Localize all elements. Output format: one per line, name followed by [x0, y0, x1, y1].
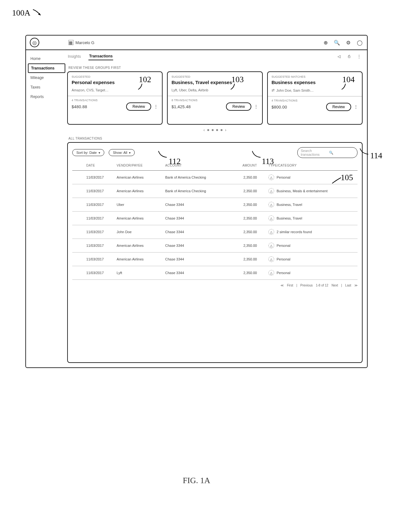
- review-button[interactable]: Review: [326, 103, 351, 111]
- all-transactions-label: ALL TRANSACTIONS: [68, 137, 363, 140]
- back-triangle-icon[interactable]: ◁: [335, 53, 342, 60]
- table-row[interactable]: 11/03/2017American AirlinesChase 33442,3…: [72, 212, 358, 225]
- sidebar-item-taxes[interactable]: Taxes: [26, 82, 67, 92]
- ref-103: 103: [231, 75, 244, 84]
- pager-first-arrow[interactable]: ≪: [280, 284, 284, 287]
- cell-date: 11/03/2017: [84, 198, 115, 212]
- search-icon[interactable]: 🔍: [333, 39, 340, 46]
- carousel-dot[interactable]: [216, 129, 218, 131]
- pager-last[interactable]: Last: [345, 284, 351, 287]
- pager-range: 1-8 of 12: [316, 284, 328, 287]
- cell-vendor: American Airlines: [115, 239, 163, 253]
- pager-first[interactable]: First: [287, 284, 293, 287]
- sidebar-item-mileage[interactable]: Mileage: [26, 73, 67, 82]
- arrow-icon: [32, 9, 43, 17]
- apps-grid-icon: ▦: [68, 40, 74, 45]
- cell-type[interactable]: △Business, Travel: [267, 198, 358, 212]
- table-row[interactable]: 11/03/2017American AirlinesBank of Ameri…: [72, 184, 358, 198]
- carousel-prev-icon[interactable]: ‹: [203, 128, 205, 132]
- match-icon: ⇄: [272, 88, 274, 92]
- cell-type[interactable]: △Personal: [267, 266, 358, 280]
- cell-type[interactable]: △Personal: [267, 253, 358, 266]
- cell-account: Chase 3344: [163, 212, 236, 225]
- col-type[interactable]: TYPE/CATEGORY: [267, 161, 358, 171]
- sidebar-item-home[interactable]: Home: [26, 54, 67, 63]
- cell-type[interactable]: △Personal: [267, 239, 358, 253]
- table-row[interactable]: 11/03/2017American AirlinesBank of Ameri…: [72, 171, 358, 184]
- card-meta: 4 TRANSACTIONS: [272, 99, 358, 102]
- cell-vendor: American Airlines: [115, 184, 163, 198]
- table-row[interactable]: 11/03/2017American AirlinesChase 33442,3…: [72, 253, 358, 266]
- print-icon[interactable]: ⎙: [345, 53, 352, 60]
- category-icon: △: [268, 229, 274, 235]
- card-amount: $480.88: [72, 104, 87, 109]
- table-row[interactable]: 11/03/2017LyftChase 33442,350.00△Persona…: [72, 266, 358, 280]
- app-logo-icon: ◎: [30, 38, 39, 47]
- search-icon: 🔍: [329, 151, 354, 155]
- kebab-icon[interactable]: ⋮: [356, 53, 363, 60]
- tab-row: Insights Transactions ◁ ⎙ ⋮: [67, 53, 363, 60]
- cell-date: 11/03/2017: [84, 212, 115, 225]
- search-input[interactable]: Search transactions🔍: [297, 147, 358, 158]
- table-row[interactable]: 11/03/2017UberChase 33442,350.00△Busines…: [72, 198, 358, 212]
- cell-account: Bank of America Checking: [163, 184, 236, 198]
- sidebar-item-transactions[interactable]: Transactions: [28, 63, 65, 73]
- card-kebab-icon[interactable]: ⋮: [254, 105, 258, 108]
- pager-next[interactable]: Next: [332, 284, 338, 287]
- add-icon[interactable]: ⊕: [322, 39, 329, 46]
- cell-account: Chase 3344: [163, 253, 236, 266]
- review-cards: SUGGESTED Personal expenses Amazon, CVS,…: [67, 71, 363, 125]
- card-amount: $800.00: [272, 105, 287, 109]
- card-meta: 4 TRANSACTIONS: [72, 99, 158, 102]
- sidebar: Home Transactions Mileage Taxes Reports: [26, 50, 67, 367]
- cell-amount: 2,350.00: [236, 171, 267, 184]
- category-icon: △: [268, 174, 274, 180]
- cell-date: 11/03/2017: [84, 266, 115, 280]
- table-row[interactable]: 11/03/2017John DoeChase 33442,350.00△2 s…: [72, 225, 358, 239]
- carousel-next-icon[interactable]: ›: [225, 128, 226, 132]
- category-icon: △: [268, 202, 274, 207]
- pager-sep: |: [341, 284, 342, 287]
- cell-account: Chase 3344: [163, 266, 236, 280]
- cell-amount: 2,350.00: [236, 239, 267, 253]
- table-row[interactable]: 11/03/2017American AirlinesChase 33442,3…: [72, 239, 358, 253]
- sidebar-item-reports[interactable]: Reports: [26, 92, 67, 102]
- card-kebab-icon[interactable]: ⋮: [354, 105, 358, 108]
- card-kebab-icon[interactable]: ⋮: [154, 105, 158, 108]
- cell-type[interactable]: △2 similar records found: [267, 225, 358, 239]
- card-subtitle: Lyft, Uber, Delta, Airbnb: [171, 88, 258, 92]
- cell-type[interactable]: △Business, Meals & entertainment: [267, 184, 358, 198]
- chevron-down-icon: ▾: [99, 151, 100, 154]
- pager-last-arrow[interactable]: ≫: [354, 284, 358, 287]
- review-button[interactable]: Review: [126, 102, 151, 111]
- category-icon: △: [268, 270, 274, 276]
- review-button[interactable]: Review: [226, 102, 251, 111]
- cell-vendor: American Airlines: [115, 171, 163, 184]
- carousel-dot[interactable]: [212, 129, 214, 131]
- card-amount: $1,425.48: [171, 104, 191, 109]
- col-vendor[interactable]: VENDOR/PAYEE: [115, 161, 163, 171]
- gear-icon[interactable]: ⚙: [345, 39, 352, 46]
- card-meta: 8 TRANSACTIONS: [171, 99, 258, 102]
- cell-date: 11/03/2017: [84, 253, 115, 266]
- tab-transactions[interactable]: Transactions: [88, 53, 113, 60]
- carousel-dot[interactable]: [207, 129, 209, 131]
- cell-amount: 2,350.00: [236, 212, 267, 225]
- cell-vendor: American Airlines: [115, 212, 163, 225]
- cell-amount: 2,350.00: [236, 184, 267, 198]
- sort-select[interactable]: Sort by: Date▾: [72, 149, 104, 156]
- ref-104: 104: [342, 75, 355, 84]
- ref-113: 113: [262, 157, 274, 166]
- user-chip[interactable]: ▦ Marcelo G: [68, 40, 94, 45]
- ref-102: 102: [139, 75, 151, 84]
- chevron-down-icon: ▾: [129, 151, 131, 154]
- tab-insights[interactable]: Insights: [67, 53, 81, 60]
- cell-type[interactable]: △Business, Travel: [267, 212, 358, 225]
- cell-account: Chase 3344: [163, 239, 236, 253]
- pager-prev[interactable]: Previous: [300, 284, 313, 287]
- carousel-pager: ‹ ›: [67, 128, 363, 132]
- col-date[interactable]: DATE: [84, 161, 115, 171]
- show-select[interactable]: Show: All▾: [109, 149, 135, 156]
- carousel-dot[interactable]: [221, 129, 222, 131]
- help-icon[interactable]: ◯: [356, 39, 363, 46]
